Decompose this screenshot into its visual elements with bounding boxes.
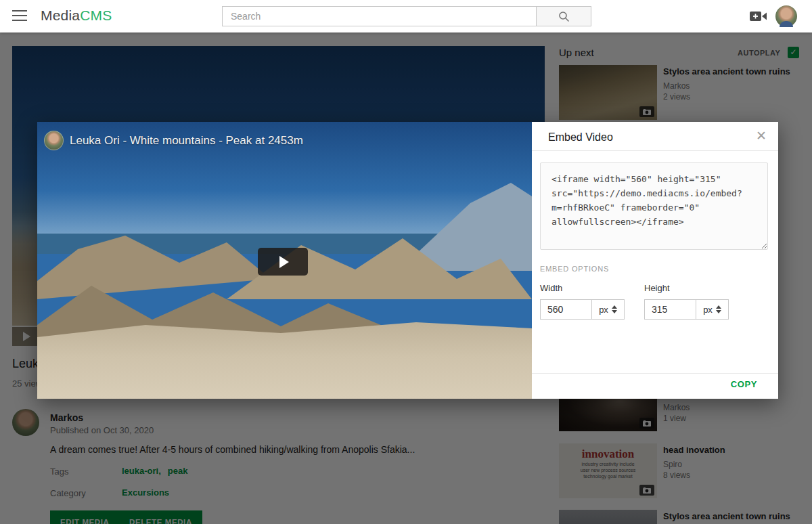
preview-video-title: Leuka Ori - White mountains - Peak at 24… [70,134,303,148]
preview-author-avatar [44,131,64,150]
height-input[interactable] [644,299,696,320]
search-input[interactable] [222,6,536,26]
divider [532,373,778,374]
embed-preview-player[interactable]: Leuka Ori - White mountains - Peak at 24… [37,122,532,399]
divider [532,150,778,151]
stepper-icon [716,305,721,313]
search-button[interactable] [536,6,591,26]
stepper-icon [612,305,617,313]
close-icon[interactable]: ✕ [756,129,767,142]
embed-options-label: EMBED OPTIONS [540,265,609,273]
height-label: Height [644,283,729,293]
height-field-group: Height px [644,283,729,320]
top-bar: MediaCMS [0,0,812,32]
search-icon [558,11,570,22]
width-unit-select[interactable]: px [591,299,625,320]
height-unit-select[interactable]: px [696,299,729,320]
logo-cms: CMS [80,7,112,23]
embed-code-textarea[interactable]: <iframe width="560" height="315" src="ht… [540,162,768,250]
embed-options-panel: Embed Video ✕ <iframe width="560" height… [532,122,778,399]
preview-play-button[interactable] [258,248,308,276]
unit-label: px [703,305,713,315]
width-input[interactable] [540,299,591,320]
upload-video-icon[interactable] [750,9,767,23]
search-bar [222,6,591,26]
play-icon [279,256,289,268]
copy-button[interactable]: COPY [731,379,757,389]
width-label: Width [540,283,625,293]
logo-media: Media [41,7,80,23]
unit-label: px [599,305,608,315]
modal-title: Embed Video [548,131,613,144]
menu-icon[interactable] [12,10,27,21]
logo[interactable]: MediaCMS [41,7,112,24]
embed-video-modal: Leuka Ori - White mountains - Peak at 24… [37,122,778,399]
user-avatar[interactable] [775,5,797,27]
width-field-group: Width px [540,283,625,320]
